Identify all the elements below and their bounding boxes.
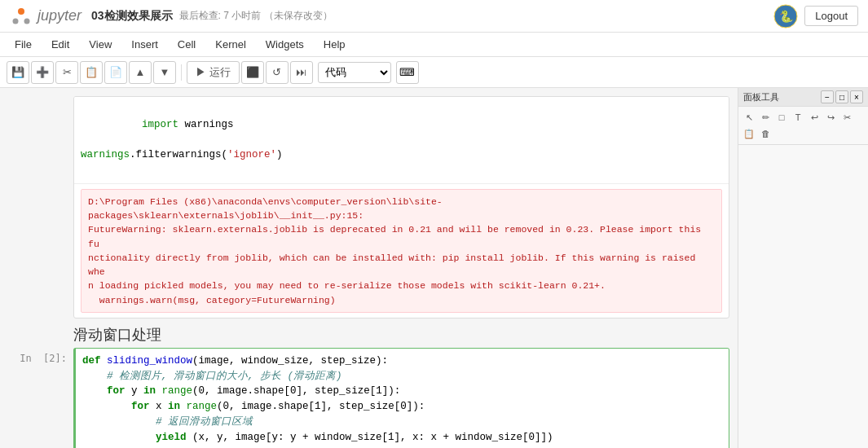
add-cell-button[interactable]: ➕ [31,61,54,84]
run-button[interactable]: ▶ 运行 [187,61,240,84]
cell-label-imports [8,96,73,318]
side-panel-restore[interactable]: □ [835,90,848,103]
keyboard-shortcut-button[interactable]: ⌨ [396,61,419,84]
side-panel: 面板工具 − □ × ↖ ✏ □ T ↩ ↪ ✂ 📋 🗑 [738,88,868,448]
cell-code-sliding[interactable]: def sliding_window(image, window_size, s… [76,349,729,448]
panel-tool-pen[interactable]: ✏ [758,110,773,125]
side-panel-title: 面板工具 [743,91,779,103]
paste-button[interactable]: 📄 [104,61,127,84]
panel-tool-redo[interactable]: ↪ [823,110,838,125]
jupyter-logo-icon [10,5,33,28]
side-panel-minimize[interactable]: − [821,90,834,103]
menu-view[interactable]: View [81,36,120,53]
menu-cell[interactable]: Cell [170,36,204,53]
copy-button[interactable]: 📋 [80,61,103,84]
side-panel-toolbar: ↖ ✏ □ T ↩ ↪ ✂ 📋 🗑 [738,107,868,145]
top-bar: jupyter 03检测效果展示 最后检查: 7 小时前 （未保存改变） 🐍 L… [0,0,868,33]
cell-code-imports[interactable]: import warnings warnings.filterwarnings(… [74,97,729,183]
cell-type-select[interactable]: 代码 Markdown Raw [318,62,391,83]
menu-edit[interactable]: Edit [43,36,77,53]
side-panel-controls: − □ × [821,90,863,103]
main-content: import warnings warnings.filterwarnings(… [0,88,868,448]
section-sliding-header: 滑动窗口处理 [73,325,729,345]
panel-tool-undo[interactable]: ↩ [807,110,822,125]
interrupt-button[interactable]: ⬛ [241,61,264,84]
svg-point-0 [18,8,24,15]
svg-point-1 [13,18,19,24]
move-up-button[interactable]: ▲ [129,61,152,84]
menu-kernel[interactable]: Kernel [207,36,254,53]
python-icon: 🐍 [773,4,798,29]
logout-button[interactable]: Logout [804,6,858,26]
save-button[interactable]: 💾 [7,61,29,84]
cell-output-imports: D:\Program Files (x86)\anaconda\envs\com… [74,183,729,318]
restart-button[interactable]: ↺ [266,61,289,84]
warning-output: D:\Program Files (x86)\anaconda\envs\com… [81,189,722,313]
notebook-title: 03检测效果展示 [91,9,173,24]
side-panel-header: 面板工具 − □ × [738,88,868,107]
cell-content-imports: import warnings warnings.filterwarnings(… [73,96,729,318]
menu-bar: File Edit View Insert Cell Kernel Widget… [0,33,868,57]
top-bar-right: 🐍 Logout [773,4,858,29]
side-panel-close[interactable]: × [850,90,863,103]
toolbar-separator-1 [181,64,182,81]
restart-run-button[interactable]: ⏭ [290,61,313,84]
cell-content-sliding[interactable]: def sliding_window(image, window_size, s… [73,348,729,448]
last-saved: 最后检查: 7 小时前 （未保存改变） [179,9,333,23]
panel-tool-copy[interactable]: 📋 [742,126,756,141]
toolbar: 💾 ➕ ✂ 📋 📄 ▲ ▼ ▶ 运行 ⬛ ↺ ⏭ 代码 Markdown Raw… [0,57,868,88]
panel-tool-rect[interactable]: □ [774,110,789,125]
panel-tool-delete[interactable]: 🗑 [758,126,773,141]
jupyter-brand-text: jupyter [37,7,82,24]
panel-tool-cut[interactable]: ✂ [839,110,854,125]
menu-file[interactable]: File [7,36,40,53]
panel-tool-text[interactable]: T [791,110,805,125]
move-down-button[interactable]: ▼ [153,61,176,84]
menu-widgets[interactable]: Widgets [258,36,312,53]
menu-help[interactable]: Help [315,36,354,53]
svg-text:🐍: 🐍 [779,10,794,24]
cell-sliding-window: In [2]: def sliding_window(image, window… [8,348,729,448]
panel-tool-cursor[interactable]: ↖ [742,110,756,125]
svg-point-2 [24,18,30,24]
jupyter-logo: jupyter [10,5,82,28]
menu-insert[interactable]: Insert [123,36,166,53]
notebook-area: import warnings warnings.filterwarnings(… [0,88,738,448]
cell-imports: import warnings warnings.filterwarnings(… [8,96,729,318]
cell-label-sliding: In [2]: [8,348,73,448]
cut-button[interactable]: ✂ [55,61,78,84]
